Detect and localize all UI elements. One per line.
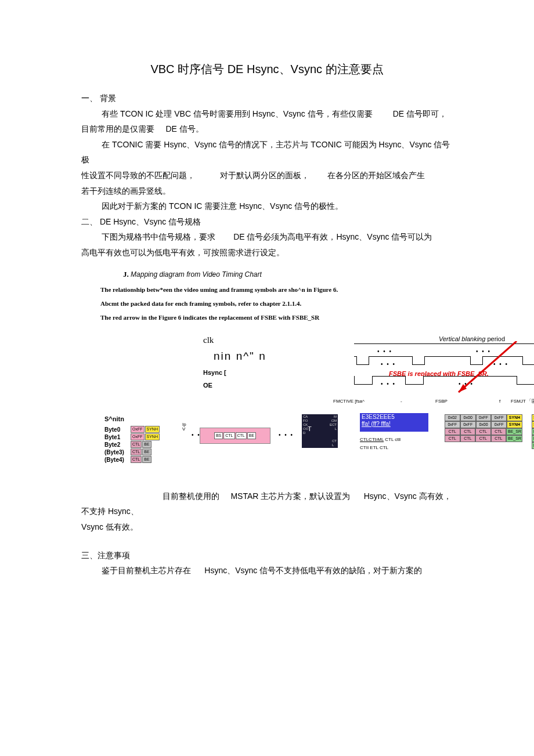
tick-label: - [400,397,402,406]
cell: OxFF [131,433,145,440]
cell: CTL [460,435,476,442]
cell: BE_SR [506,428,522,435]
cell: BE [142,441,151,448]
body-text: 因此对于新方案的 TCON IC 需要注意 Hsync、Vsync 信号的极性。 [81,198,453,214]
text: Vertical blanking [439,335,485,342]
text: 下图为规格书中信号规格，要求 [102,232,215,241]
cell: CTL [223,432,234,439]
cell: BS [532,435,534,442]
cell: CTL [131,448,142,455]
cell: 0x00 [460,414,476,421]
waveform-area: • • • • • • • • • • • • • • • • • • [354,343,534,396]
cell: BE [142,448,151,455]
dots: • • • [476,346,491,357]
blue-caption: CTLCTbML CTL ctll [360,435,400,444]
page-title: VBC 时序信号 DE Hsync、Vsync 的注意要点 [81,58,453,80]
dots: • • • [381,359,396,370]
dots: • • • [377,346,392,357]
text: 目前常用的是仅需要 [81,124,154,133]
text: 对于默认两分区的面板， [220,171,309,180]
cell: 0x02 [445,414,460,421]
text: T [308,427,312,431]
blue-caption: CTII ETL CTL [360,443,388,452]
caption-line: Abcmt the packed data for ench framing s… [100,298,453,310]
body-text: 高电平有效也可以为低电平有效，可按照需求进行设定。 [81,245,453,261]
section-2-heading: 二、 DE Hsync、Vsync 信号规格 [81,214,453,230]
text: CT L [332,439,337,447]
text: CTLCTbML [360,437,384,442]
right-grid: 0x02 0x00 0xFF 0xFF SYNH 0xFF 0xFF 0x00 … [445,414,522,442]
cell: CTL [131,441,142,448]
cell: 0xFF [476,414,492,421]
cell: CTL [131,456,142,463]
body-text: 鉴于目前整机主芯片存在 Hsync、Vsync 信号不支持低电平有效的缺陷，对于… [81,563,453,578]
text: Hsync、Vsync 信号不支持低电平有效的缺陷，对于新方案的 [204,566,422,575]
cell: CTL [491,435,507,442]
dots: • • • [381,378,396,389]
dots: • • • [493,359,508,370]
blue-box: E3ES2EEE5 ffa! (ff? fffa! [360,413,428,432]
body-text: 目前整机使用的 MSTAR 主芯片方案，默认设置为 Hsync、Vsync 高有… [81,489,453,519]
cell: SYNH [532,414,534,421]
table-row: CTL CTL CTL CTL BE_SR [445,435,522,442]
cell: 0xFF [491,414,507,421]
cell: BE_SR [506,435,522,442]
far-right-column: SYNH SYNH BS BS BS [532,414,534,449]
row-label: (Byte4) [104,454,130,465]
section-1-heading: 一、 背景 [81,91,453,106]
text: 性设置不同导致的不匹配问题， [81,171,195,180]
j-title: Mapping diagram from Video Timing Chart [131,270,262,278]
text: 目前整机使用的 [163,491,219,501]
sub-heading-j: J. Mapping diagram from Video Timing Cha… [81,267,453,282]
caption-line: The relationship betw*een the video umin… [100,284,453,296]
text: DE 信号。 [165,124,203,133]
body-text: 目前常用的是仅需要 DE 信号。 [81,121,453,137]
clock-glyph: nin n^" n [214,346,266,367]
cell: BS [214,432,223,439]
text: 在各分区的开始区域会产生 [327,171,425,180]
dots: • • • [459,378,474,389]
cell: 0xFF [491,421,507,428]
cell: SYNH [145,433,160,440]
body-text: 在 TCONIC 需要 Hsync、Vsync 信号的情况下，主芯片与 TCON… [81,137,453,168]
tick-label: FSMJT 「區[fSB [511,397,534,406]
j-label: J. [123,270,129,278]
byte-table: S^nitn Byte0 OxFF SYNH Byte1 OxFF SYNH B… [104,413,160,464]
clk-label: clk [203,332,214,349]
cell: BE [142,456,151,463]
body-text: 若干列连续的画异竖线。 [81,183,453,199]
tick-label: FSBP [435,397,448,406]
cell: CTL [475,428,491,435]
cell: BS [532,428,534,435]
cell: CTL [445,428,460,435]
cell: CTL [491,428,507,435]
body-text: Vsync 低有效。 [81,519,453,535]
cell: BS [532,442,534,449]
hsync-label: Hsync [ [203,367,226,379]
table-row: CTL CTL CTL CTL BE_SR [445,428,522,435]
cell: CTL [236,432,247,439]
cell: CTL [445,435,460,442]
mid-dark-box: CA FO CK OO D M CM ECT L T CT L [302,414,338,448]
timing-diagram: clk nin n^" n Hsync [ OE Vertical blanki… [104,332,534,477]
text: DE 信号必须为高电平有效，Hsync、Vsync 信号可以为 [233,232,432,241]
cell: 0x00 [476,421,492,428]
table-row: 0xFF 0xFF 0x00 0xFF SYNH [445,421,522,428]
text: ffa! (ff? fffa! [362,421,427,428]
cell: SYNH [532,421,534,428]
pink-strip: BS CTL CTL BE [200,428,270,444]
cell: BE [247,432,256,439]
cell: SYNH [507,414,522,421]
body-text: 有些 TCON IC 处理 VBC 信号时需要用到 Hsync、Vsync 信号… [81,106,453,122]
text: DE 信号即可， [393,109,447,118]
text: M CM ECT L [330,415,337,431]
table-row: (Byte4) CTL BE [104,456,160,464]
body-text: 性设置不同导致的不匹配问题， 对于默认两分区的面板， 在各分区的开始区域会产生 [81,168,453,183]
text: E3ES2EEE5 [362,414,427,421]
table-row: 0x02 0x00 0xFF 0xFF SYNH [445,414,522,421]
text: MSTAR 主芯片方案，默认设置为 [230,491,350,501]
cell: SYNH [145,426,160,433]
tick-label: f [499,397,500,406]
cell: CTL [475,435,491,442]
snitn-label: S^nitn [104,413,160,425]
